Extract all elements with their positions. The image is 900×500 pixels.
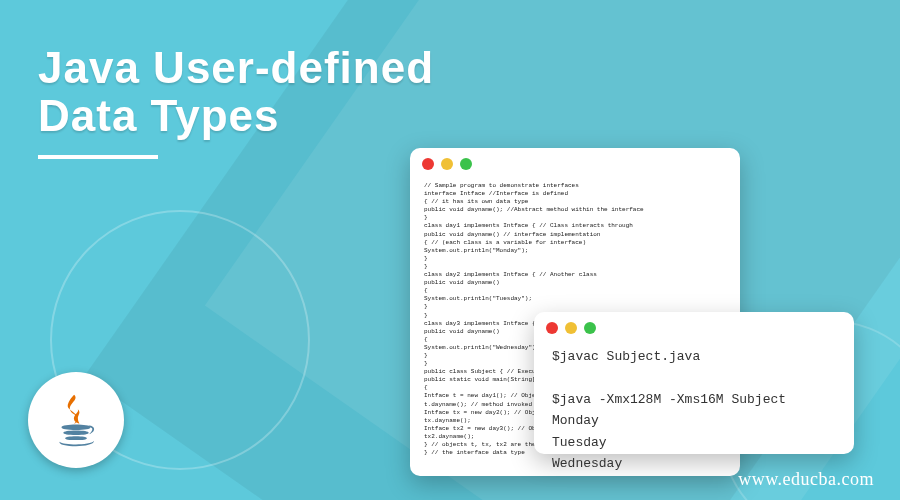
watermark-text: www.educba.com <box>738 469 874 490</box>
traffic-green-icon <box>584 322 596 334</box>
title-line-1: Java User-defined <box>38 43 434 92</box>
terminal-content: $javac Subject.java $java -Xmx128M -Xms1… <box>552 346 836 475</box>
window-traffic-lights <box>546 322 596 334</box>
page-title: Java User-defined Data Types <box>38 44 434 159</box>
title-underline <box>38 155 158 159</box>
traffic-green-icon <box>460 158 472 170</box>
java-logo-icon <box>28 372 124 468</box>
window-traffic-lights <box>422 158 472 170</box>
traffic-red-icon <box>422 158 434 170</box>
title-line-2: Data Types <box>38 91 280 140</box>
traffic-yellow-icon <box>565 322 577 334</box>
traffic-red-icon <box>546 322 558 334</box>
traffic-yellow-icon <box>441 158 453 170</box>
terminal-output-window: $javac Subject.java $java -Xmx128M -Xms1… <box>534 312 854 454</box>
